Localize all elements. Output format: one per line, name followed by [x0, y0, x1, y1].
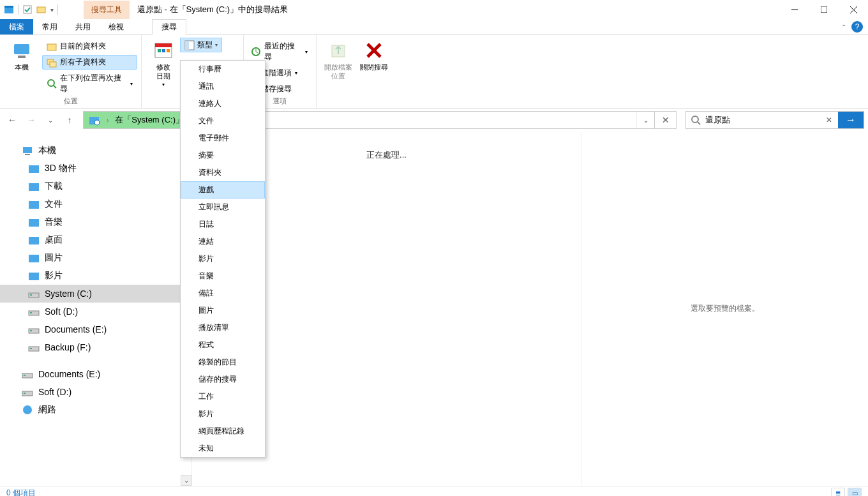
- tree-item[interactable]: 3D 物件: [0, 160, 191, 177]
- properties-icon[interactable]: [22, 4, 33, 15]
- kind-menu-item[interactable]: 日誌: [181, 216, 265, 233]
- open-file-location-button[interactable]: 開啟檔案 位置: [320, 38, 356, 80]
- kind-menu-item[interactable]: 錄製的節目: [181, 354, 265, 371]
- dropdown-icon: ▾: [130, 81, 133, 87]
- kind-menu-item[interactable]: 影片: [181, 250, 265, 267]
- label: 進階選項: [261, 68, 292, 79]
- tree-item[interactable]: 桌面: [0, 231, 191, 249]
- kind-menu-item[interactable]: 立即訊息: [181, 199, 265, 216]
- svg-rect-9: [18, 56, 26, 58]
- kind-menu-item[interactable]: 資料夾: [181, 164, 265, 181]
- tree-item[interactable]: Soft (D:): [0, 383, 191, 401]
- tree-item[interactable]: Documents (E:): [0, 365, 191, 383]
- tab-view[interactable]: 檢視: [100, 19, 133, 34]
- kind-menu-item[interactable]: 播放清單: [181, 319, 265, 336]
- tab-share[interactable]: 共用: [66, 19, 100, 34]
- tree-item[interactable]: Backup (F:): [0, 338, 191, 356]
- search-again-button[interactable]: 在下列位置再次搜尋 ▾: [42, 71, 137, 96]
- close-button[interactable]: [839, 0, 868, 19]
- svg-rect-38: [29, 273, 39, 280]
- kind-menu-item[interactable]: 文件: [181, 112, 265, 130]
- kind-menu-item[interactable]: 圖片: [181, 302, 265, 319]
- all-subfolders-button[interactable]: 所有子資料夾: [42, 55, 137, 70]
- kind-menu-item[interactable]: 行事曆: [181, 61, 265, 78]
- search-input-value[interactable]: 還原點: [705, 114, 820, 126]
- kind-menu-item[interactable]: 儲存的搜尋: [181, 371, 265, 388]
- recent-locations-button[interactable]: ⌄: [42, 112, 59, 128]
- tree-item-label: Soft (D:): [45, 306, 78, 317]
- maximize-button[interactable]: [809, 0, 839, 19]
- kind-menu-item[interactable]: 影片: [181, 405, 265, 423]
- tree-item-icon: [28, 216, 40, 228]
- large-icons-view-button[interactable]: ▭: [848, 488, 862, 497]
- kind-menu-item[interactable]: 電子郵件: [181, 130, 265, 147]
- search-box[interactable]: 還原點 ✕ →: [685, 111, 864, 129]
- svg-rect-32: [29, 165, 39, 173]
- tree-item[interactable]: 網路: [0, 401, 191, 419]
- navigation-tree[interactable]: 本機3D 物件下載文件音樂桌面圖片影片System (C:)Soft (D:)D…: [0, 132, 191, 486]
- up-button[interactable]: ↑: [61, 112, 78, 128]
- help-icon[interactable]: ?: [851, 21, 863, 33]
- new-folder-icon[interactable]: [36, 4, 47, 15]
- clear-search-button[interactable]: ✕: [820, 116, 838, 124]
- tree-item-icon: [28, 163, 40, 174]
- kind-menu-item[interactable]: 遊戲: [181, 181, 265, 199]
- kind-menu-item[interactable]: 連結: [181, 233, 265, 250]
- kind-filter-button[interactable]: 類型 ▾: [180, 38, 222, 52]
- kind-menu-item[interactable]: 工作: [181, 388, 265, 405]
- current-folder-button[interactable]: 目前的資料夾: [42, 39, 137, 54]
- app-icon: [4, 4, 14, 15]
- kind-menu-item[interactable]: 摘要: [181, 147, 265, 164]
- svg-rect-18: [162, 49, 165, 52]
- kind-menu-item[interactable]: 程式: [181, 336, 265, 354]
- kind-menu-item[interactable]: 未知: [181, 440, 265, 457]
- address-dropdown-button[interactable]: ⌄: [636, 112, 654, 128]
- search-go-button[interactable]: →: [838, 112, 864, 128]
- svg-rect-0: [4, 7, 13, 13]
- tree-item[interactable]: 圖片: [0, 249, 191, 267]
- tree-item-label: System (C:): [45, 289, 92, 299]
- tree-item[interactable]: Soft (D:): [0, 303, 191, 320]
- tab-search[interactable]: 搜尋: [152, 19, 186, 35]
- tree-item-label: 圖片: [45, 252, 63, 264]
- kind-menu-item[interactable]: 連絡人: [181, 95, 265, 112]
- minimize-button[interactable]: [780, 0, 809, 19]
- forward-button[interactable]: →: [23, 112, 40, 128]
- tree-item[interactable]: 下載: [0, 177, 191, 195]
- svg-rect-37: [29, 255, 39, 262]
- tree-item[interactable]: System (C:): [0, 285, 191, 303]
- tree-item[interactable]: 影片: [0, 267, 191, 285]
- computer-icon: [11, 40, 32, 61]
- collapse-ribbon-icon[interactable]: ⌃: [841, 24, 846, 31]
- tab-file[interactable]: 檔案: [0, 19, 33, 34]
- recent-icon: [251, 47, 261, 57]
- close-search-button[interactable]: 關閉搜尋: [356, 38, 392, 80]
- tree-item[interactable]: Documents (E:): [0, 320, 191, 338]
- kind-menu-item[interactable]: 通訊: [181, 78, 265, 95]
- tree-scroll-down[interactable]: ⌄: [181, 475, 191, 486]
- svg-rect-42: [30, 312, 32, 313]
- preview-pane: 選取要預覽的檔案。: [581, 132, 868, 486]
- svg-rect-36: [29, 237, 39, 244]
- svg-point-27: [94, 120, 100, 125]
- svg-point-28: [692, 116, 698, 123]
- label: 關閉搜尋: [360, 63, 388, 71]
- kind-menu-item[interactable]: 備註: [181, 285, 265, 302]
- address-bar[interactable]: › 在「System (C:)」中的搜尋結果 ⌄ ✕: [83, 111, 677, 129]
- stop-button[interactable]: ✕: [654, 112, 676, 128]
- dropdown-icon: ▾: [162, 80, 165, 89]
- tree-item-icon: [28, 181, 40, 192]
- tree-item[interactable]: 本機: [0, 142, 191, 160]
- tree-item-label: Backup (F:): [45, 342, 91, 352]
- kind-menu-item[interactable]: 音樂: [181, 267, 265, 285]
- back-button[interactable]: ←: [4, 112, 20, 128]
- qat-dropdown-icon[interactable]: ▾: [50, 6, 54, 13]
- tree-item[interactable]: 文件: [0, 195, 191, 213]
- this-pc-button[interactable]: 本機: [4, 38, 40, 71]
- kind-menu-item[interactable]: 網頁歷程記錄: [181, 423, 265, 440]
- date-modified-button[interactable]: 修改 日期 ▾: [146, 38, 181, 89]
- details-view-button[interactable]: ≣: [831, 488, 845, 497]
- tree-item-label: Documents (E:): [45, 324, 107, 334]
- tree-item[interactable]: 音樂: [0, 213, 191, 231]
- tab-home[interactable]: 常用: [33, 19, 66, 34]
